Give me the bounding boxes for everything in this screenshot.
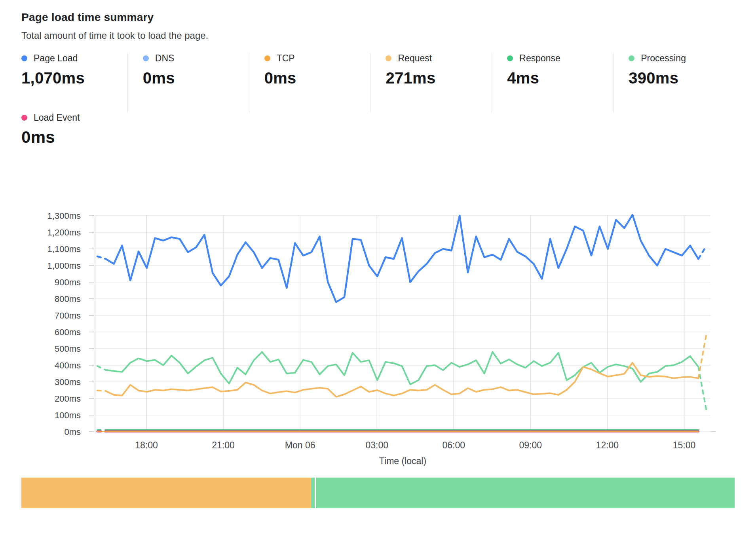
series-color-dot [21,55,27,61]
y-tick-label: 1,000ms [47,261,81,271]
series-request-dash-end [698,333,707,378]
y-tick-label: 1,100ms [47,244,81,254]
y-tick-label: 300ms [55,377,81,387]
y-tick-label: 600ms [55,327,81,337]
metric-tcp[interactable]: TCP0ms [249,53,370,112]
metric-value: 271ms [386,69,492,87]
page-subtitle: Total amount of time it took to load the… [21,30,735,41]
metric-value: 0ms [21,128,80,147]
x-tick-label: 06:00 [442,440,465,450]
metric-load-event[interactable]: Load Event0ms [21,112,80,147]
series-processing-dash-end [698,367,707,412]
x-tick-label: 03:00 [365,440,388,450]
metrics-row-2: Load Event0ms [21,112,735,147]
series-processing-dash-start [97,366,106,370]
latency-chart-svg[interactable]: 0ms100ms200ms300ms400ms500ms600ms700ms80… [21,206,735,475]
timeline-segment-0[interactable] [21,478,311,508]
series-color-dot [143,55,149,61]
metrics-row: Page Load1,070msDNS0msTCP0msRequest271ms… [21,53,735,112]
series-color-dot [507,55,513,61]
x-tick-label: 12:00 [596,440,619,450]
metric-value: 390ms [629,69,735,87]
y-tick-label: 200ms [55,394,81,404]
metric-request[interactable]: Request271ms [370,53,492,112]
metric-label: Load Event [34,112,80,123]
metric-value: 4ms [507,69,613,87]
x-tick-label: 18:00 [135,440,158,450]
latency-chart[interactable]: 0ms100ms200ms300ms400ms500ms600ms700ms80… [21,206,735,477]
metric-label: DNS [155,53,175,64]
series-processing [106,352,699,384]
metric-header: Page Load [21,53,127,64]
x-axis-title: Time (local) [379,456,426,466]
page-title: Page load time summary [21,11,735,24]
status-timeline-bar [21,478,735,508]
metric-label: Response [519,53,560,64]
timeline-segment-3[interactable] [316,478,735,508]
series-color-dot [629,55,634,61]
metric-header: Request [386,53,492,64]
y-tick-label: 400ms [55,360,81,370]
metric-dns[interactable]: DNS0ms [127,53,249,112]
y-tick-label: 1,200ms [47,228,81,237]
metric-label: TCP [277,53,295,64]
metric-label: Page Load [34,53,78,64]
series-page-load [106,215,699,302]
y-tick-label: 800ms [55,294,81,304]
metric-header: Processing [629,53,735,64]
y-tick-label: 700ms [55,311,81,321]
metric-page-load[interactable]: Page Load1,070ms [21,53,127,112]
metric-value: 0ms [143,69,249,87]
x-tick-label: Mon 06 [285,440,315,450]
series-page-load-dash-end [698,246,707,259]
y-tick-label: 100ms [55,410,81,420]
metric-header: Response [507,53,613,64]
timeline-segment-1[interactable] [311,478,315,508]
y-tick-label: 0ms [64,427,81,437]
metric-label: Request [398,53,432,64]
x-tick-label: 21:00 [212,440,235,450]
series-color-dot [264,55,270,61]
y-tick-label: 500ms [55,344,81,354]
series-page-load-dash-start [97,256,106,259]
metric-header: Load Event [21,112,80,123]
metric-value: 1,070ms [21,69,127,87]
metric-processing[interactable]: Processing390ms [613,53,735,112]
page-load-summary-panel: Page load time summary Total amount of t… [0,0,756,535]
metric-header: DNS [143,53,249,64]
series-request-dash-start [97,391,106,391]
metric-value: 0ms [264,69,370,87]
y-tick-label: 900ms [55,277,81,287]
series-color-dot [386,55,391,61]
x-tick-label: 15:00 [673,440,696,450]
metric-response[interactable]: Response4ms [492,53,613,112]
x-tick-label: 09:00 [519,440,542,450]
series-color-dot [21,115,27,121]
metric-label: Processing [641,53,686,64]
metric-header: TCP [264,53,370,64]
y-tick-label: 1,300ms [47,211,81,221]
